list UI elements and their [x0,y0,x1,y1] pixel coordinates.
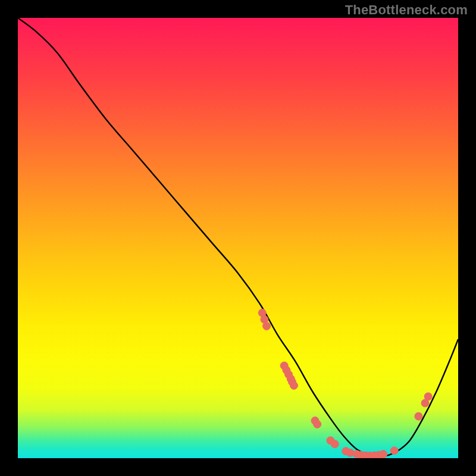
scatter-dot [390,447,398,455]
scatter-dot [263,322,271,330]
plot-area [18,18,458,458]
watermark-text: TheBottleneck.com [345,2,468,18]
chart-svg [18,18,458,458]
scatter-dot [424,393,432,400]
scatter-dot [380,450,387,458]
scatter-dot [314,421,321,428]
scatter-dot [415,412,422,420]
scatter-dot [290,381,298,389]
scatter-dot [331,440,339,448]
bottleneck-curve-line [18,18,458,456]
scatter-dots [258,309,432,458]
